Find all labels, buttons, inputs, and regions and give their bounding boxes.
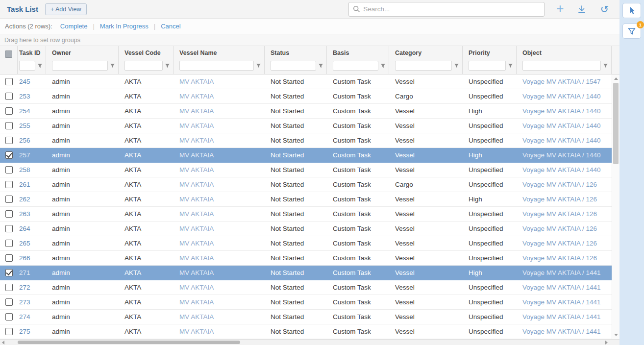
row-checkbox[interactable] [5,181,13,188]
table-row[interactable]: 256 admin AKTA MV AKTAIA Not Started Cus… [0,133,612,148]
row-checkbox[interactable] [5,298,13,306]
filter-funnel-icon[interactable] [508,63,513,69]
filter-input-basis[interactable] [333,61,378,71]
cell-object[interactable]: Voyage MV AKTAIA / 1440 [517,119,612,133]
scroll-right-arrow-icon[interactable] [605,341,608,345]
table-row[interactable]: 258 admin AKTA MV AKTAIA Not Started Cus… [0,163,612,177]
table-row[interactable]: 266 admin AKTA MV AKTAIA Not Started Cus… [0,251,612,266]
cell-task-id[interactable]: 263 [18,207,46,221]
row-checkbox[interactable] [5,122,13,129]
cell-object[interactable]: Voyage MV AKTAIA / 1441 [517,280,612,295]
filter-input-category[interactable] [395,61,452,71]
table-row[interactable]: 271 admin AKTA MV AKTAIA Not Started Cus… [0,266,612,280]
cell-object[interactable]: Voyage MV AKTAIA / 126 [517,222,612,236]
filter-funnel-icon[interactable] [380,63,386,69]
cell-task-id[interactable]: 255 [18,119,46,133]
filter-funnel-icon[interactable] [256,63,261,69]
cell-task-id[interactable]: 275 [18,324,46,339]
row-checkbox[interactable] [5,151,13,159]
cell-object[interactable]: Voyage MV AKTAIA / 1441 [517,324,612,339]
cell-object[interactable]: Voyage MV AKTAIA / 1441 [517,310,612,324]
column-header-basis[interactable]: Basis [327,46,389,74]
row-checkbox[interactable] [5,284,13,291]
vertical-scrollbar[interactable] [612,74,619,339]
row-checkbox[interactable] [5,313,13,320]
filter-funnel-icon[interactable] [603,63,608,69]
filter-input-priority[interactable] [469,61,506,71]
table-row[interactable]: 245 admin AKTA MV AKTAIA Not Started Cus… [0,74,612,89]
cell-task-id[interactable]: 271 [18,266,46,280]
row-checkbox[interactable] [5,269,13,276]
column-header-status[interactable]: Status [265,46,327,74]
cell-task-id[interactable]: 253 [18,89,46,103]
vertical-scroll-thumb[interactable] [613,83,619,164]
column-header-owner[interactable]: Owner [46,46,119,74]
cell-task-id[interactable]: 262 [18,192,46,206]
cell-task-id[interactable]: 245 [18,74,46,89]
cell-object[interactable]: Voyage MV AKTAIA / 1440 [517,163,612,177]
filter-funnel-icon[interactable] [318,63,323,69]
column-header-task-id[interactable]: Task ID [18,46,46,74]
cell-vessel-name[interactable]: MV AKTAIA [173,222,265,236]
cell-object[interactable]: Voyage MV AKTAIA / 1440 [517,133,612,148]
cell-vessel-name[interactable]: MV AKTAIA [173,177,265,192]
filter-input-task-id[interactable] [19,61,35,71]
table-row[interactable]: 253 admin AKTA MV AKTAIA Not Started Cus… [0,89,612,104]
add-icon[interactable]: + [556,2,564,15]
column-header-vessel-code[interactable]: Vessel Code [119,46,173,74]
table-row[interactable]: 255 admin AKTA MV AKTAIA Not Started Cus… [0,119,612,133]
cell-task-id[interactable]: 257 [18,148,46,162]
cell-object[interactable]: Voyage MV AKTAIA / 126 [517,207,612,221]
table-row[interactable]: 274 admin AKTA MV AKTAIA Not Started Cus… [0,310,612,324]
cell-task-id[interactable]: 256 [18,133,46,148]
cell-vessel-name[interactable]: MV AKTAIA [173,74,265,89]
table-row[interactable]: 262 admin AKTA MV AKTAIA Not Started Cus… [0,192,612,207]
filter-funnel-icon[interactable] [37,63,43,69]
row-checkbox[interactable] [5,107,13,115]
row-checkbox[interactable] [5,78,13,85]
cell-object[interactable]: Voyage MV AKTAIA / 126 [517,177,612,192]
row-checkbox[interactable] [5,137,13,144]
table-row[interactable]: 272 admin AKTA MV AKTAIA Not Started Cus… [0,280,612,295]
column-header-object[interactable]: Object [517,46,612,74]
table-row[interactable]: 264 admin AKTA MV AKTAIA Not Started Cus… [0,222,612,236]
cell-vessel-name[interactable]: MV AKTAIA [173,280,265,295]
row-checkbox[interactable] [5,93,13,100]
column-header-vessel-name[interactable]: Vessel Name [173,46,265,74]
action-mark-in-progress[interactable]: Mark In Progress [100,23,149,30]
cell-object[interactable]: Voyage MV AKTAIA / 126 [517,192,612,206]
scroll-left-arrow-icon[interactable] [2,341,4,345]
filter-input-vessel-code[interactable] [124,61,163,71]
filter-input-owner[interactable] [52,61,108,71]
filter-input-object[interactable] [522,61,601,71]
cell-vessel-name[interactable]: MV AKTAIA [173,133,265,148]
row-checkbox[interactable] [5,328,13,335]
cell-task-id[interactable]: 264 [18,222,46,236]
cell-vessel-name[interactable]: MV AKTAIA [173,163,265,177]
cell-task-id[interactable]: 274 [18,310,46,324]
row-checkbox[interactable] [5,166,13,173]
filter-tool-button[interactable]: 1 [623,24,641,38]
cell-task-id[interactable]: 258 [18,163,46,177]
cell-task-id[interactable]: 266 [18,251,46,265]
cell-object[interactable]: Voyage MV AKTAIA / 1547 [517,74,612,89]
add-view-button[interactable]: + Add View [45,3,87,15]
filter-funnel-icon[interactable] [110,63,115,69]
cell-vessel-name[interactable]: MV AKTAIA [173,295,265,309]
table-row[interactable]: 273 admin AKTA MV AKTAIA Not Started Cus… [0,295,612,310]
action-complete[interactable]: Complete [60,23,88,30]
cell-vessel-name[interactable]: MV AKTAIA [173,148,265,162]
search-input[interactable] [363,5,540,13]
filter-input-status[interactable] [271,61,316,71]
filter-funnel-icon[interactable] [454,63,459,69]
cell-vessel-name[interactable]: MV AKTAIA [173,324,265,339]
table-row[interactable]: 263 admin AKTA MV AKTAIA Not Started Cus… [0,207,612,222]
column-header-category[interactable]: Category [389,46,463,74]
cell-object[interactable]: Voyage MV AKTAIA / 126 [517,251,612,265]
scroll-down-arrow-icon[interactable] [614,334,618,336]
undo-icon[interactable]: ↺ [600,4,609,14]
cell-vessel-name[interactable]: MV AKTAIA [173,236,265,250]
row-checkbox[interactable] [5,210,13,218]
pointer-tool-button[interactable] [623,3,641,18]
cell-object[interactable]: Voyage MV AKTAIA / 1440 [517,89,612,103]
